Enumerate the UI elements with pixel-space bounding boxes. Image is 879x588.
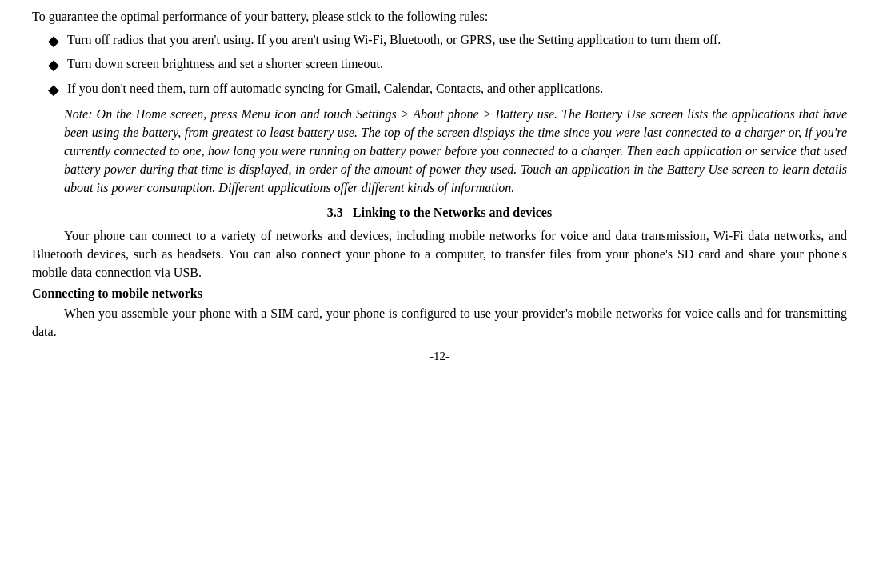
bullet-diamond-icon: ◆ xyxy=(48,79,59,100)
intro-line: To guarantee the optimal performance of … xyxy=(32,8,847,26)
list-item: ◆ Turn down screen brightness and set a … xyxy=(48,54,847,75)
bullet-text-1: Turn off radios that you aren't using. I… xyxy=(67,30,847,49)
bullet-diamond-icon: ◆ xyxy=(48,30,59,51)
page-number: -12- xyxy=(32,350,847,363)
page-container: To guarantee the optimal performance of … xyxy=(0,0,879,588)
list-item: ◆ Turn off radios that you aren't using.… xyxy=(48,30,847,51)
paragraph-sim: When you assemble your phone with a SIM … xyxy=(32,304,847,341)
bullet-text-2: Turn down screen brightness and set a sh… xyxy=(67,54,847,73)
bold-heading-mobile-networks: Connecting to mobile networks xyxy=(32,286,847,301)
bullet-list: ◆ Turn off radios that you aren't using.… xyxy=(48,30,847,99)
note-block: Note: On the Home screen, press Menu ico… xyxy=(64,105,847,198)
bullet-diamond-icon: ◆ xyxy=(48,54,59,75)
section-number: 3.3 xyxy=(327,206,343,219)
section-title: Linking to the Networks and devices xyxy=(353,206,552,219)
paragraph-networks: Your phone can connect to a variety of n… xyxy=(32,226,847,282)
list-item: ◆ If you don't need them, turn off autom… xyxy=(48,79,847,100)
bullet-text-3: If you don't need them, turn off automat… xyxy=(67,79,847,98)
section-heading: 3.3 Linking to the Networks and devices xyxy=(32,206,847,220)
